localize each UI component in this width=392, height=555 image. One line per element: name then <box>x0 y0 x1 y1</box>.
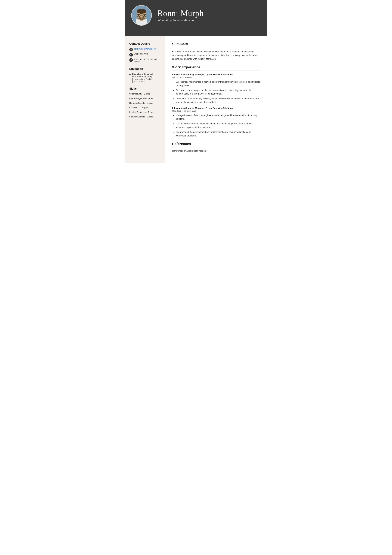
candidate-title: Information Security Manager <box>157 19 261 22</box>
contact-address-item: Elmomouth, 66675-9938, Virginia <box>129 58 161 63</box>
header-chevron <box>125 31 267 37</box>
job-bullet-item: Conducted regular security reviews, audi… <box>176 97 260 104</box>
job-title: Information Security Manager, Cyber Secu… <box>172 73 260 76</box>
edu-years: 2017 - 2021 <box>134 80 161 83</box>
svg-point-5 <box>137 9 146 14</box>
job-dates: March 2023 - Present <box>172 76 260 79</box>
job-dates: May 2021 - February 2023 <box>172 110 260 112</box>
header: Ronni Murph Information Security Manager <box>125 0 267 31</box>
job-bullet-item: Successfully implemented a network secur… <box>176 80 260 87</box>
education-section-title: Education <box>129 67 161 71</box>
candidate-name: Ronni Murph <box>157 8 261 18</box>
job-bullet-item: Managed a team of security engineers in … <box>176 114 260 121</box>
content-area: Summary Experienced Information Security… <box>165 37 267 163</box>
email-value: ronnimurph@gmail.com <box>134 48 156 50</box>
skill-item: Risk Management - Expert <box>129 97 161 100</box>
job-bullets: Successfully implemented a network secur… <box>172 80 260 104</box>
job-bullet-item: Spearheaded the development and implemen… <box>176 130 260 137</box>
skill-item: Security Analysis - Expert <box>129 116 161 118</box>
skills-section-title: Skills <box>129 87 161 90</box>
email-icon <box>129 48 133 51</box>
edu-bullet-icon <box>129 74 131 75</box>
phone-value: (905) 894 7249 <box>134 53 148 55</box>
svg-point-10 <box>138 15 139 16</box>
job-title: Information Security Manager, Cyber Secu… <box>172 107 260 110</box>
contact-email-item: ronnimurph@gmail.com <box>129 48 161 51</box>
contact-phone-item: (905) 894 7249 <box>129 53 161 57</box>
svg-point-12 <box>141 17 142 18</box>
svg-point-11 <box>144 15 145 16</box>
job-bullet-item: Led the investigation of security incide… <box>176 122 260 129</box>
education-item: Bachelor of Science in Information Secur… <box>129 73 161 83</box>
job-bullets: Managed a team of security engineers in … <box>172 114 260 137</box>
edu-school: University of Florida <box>134 78 161 80</box>
references-title: References <box>172 142 260 146</box>
skills-list: Cybersecurity - ExpertRisk Management - … <box>129 93 161 118</box>
address-value: Elmomouth, 66675-9938, Virginia <box>134 58 157 63</box>
phone-icon <box>129 53 133 57</box>
skill-item: Network Security - Expert <box>129 102 161 104</box>
avatar <box>131 5 152 26</box>
summary-divider <box>172 47 260 47</box>
summary-title: Summary <box>172 42 260 46</box>
summary-text: Experienced Information Security Manager… <box>172 50 260 61</box>
location-icon <box>129 58 133 62</box>
skill-item: Incident Response - Expert <box>129 111 161 113</box>
references-text: References available upon request <box>172 150 260 152</box>
skill-item: Cybersecurity - Expert <box>129 93 161 95</box>
jobs-list: Information Security Manager, Cyber Secu… <box>172 73 260 137</box>
work-title: Work Experience <box>172 65 260 69</box>
main-layout: Contact Details ronnimurph@gmail.com (90… <box>125 37 267 163</box>
edu-degree: Bachelor of Science in Information Secur… <box>132 73 161 78</box>
skill-item: Compliance - Expert <box>129 106 161 109</box>
contact-section-title: Contact Details <box>129 42 161 45</box>
job-bullet-item: Developed and managed an effective infor… <box>176 88 260 96</box>
sidebar: Contact Details ronnimurph@gmail.com (90… <box>125 37 165 163</box>
